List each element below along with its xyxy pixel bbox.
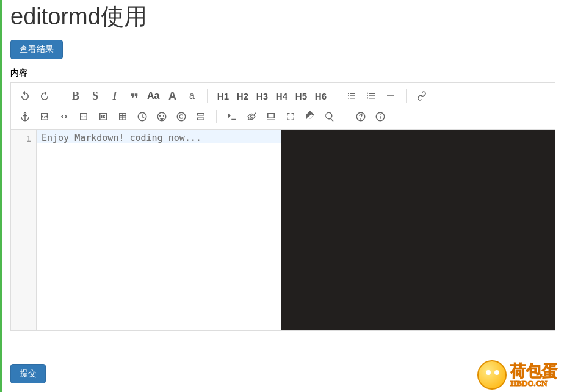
toolbar-divider xyxy=(207,89,208,103)
line-number: 1 xyxy=(11,134,31,143)
link-icon[interactable] xyxy=(413,87,431,105)
info-icon[interactable] xyxy=(371,107,389,126)
preview-icon[interactable] xyxy=(262,107,280,126)
h3-button[interactable]: H3 xyxy=(253,87,271,105)
view-result-button[interactable]: 查看结果 xyxy=(10,40,63,59)
submit-button[interactable]: 提交 xyxy=(10,364,46,383)
datetime-icon[interactable] xyxy=(133,107,151,126)
markdown-editor: B S I Aa A a H1 H2 H3 H4 H5 H6 xyxy=(10,82,555,331)
watermark-url: HBDO.CN xyxy=(510,379,558,387)
toolbar-divider xyxy=(336,89,336,103)
toolbar-divider xyxy=(345,110,345,123)
image-icon[interactable] xyxy=(35,107,54,126)
watch-icon[interactable] xyxy=(242,107,261,126)
watermark: 荷包蛋 HBDO.CN xyxy=(477,360,558,390)
h4-button[interactable]: H4 xyxy=(272,87,291,105)
editor-body: 1 Enjoy Markdown! coding now... xyxy=(11,130,555,330)
html-entities-icon[interactable] xyxy=(94,107,112,126)
egg-logo-icon xyxy=(477,360,507,390)
search-icon[interactable] xyxy=(320,107,339,126)
h5-button[interactable]: H5 xyxy=(292,87,310,105)
toolbar-divider xyxy=(216,110,217,123)
content-label: 内容 xyxy=(2,59,564,82)
unordered-list-icon[interactable] xyxy=(342,87,361,105)
watermark-text: 荷包蛋 HBDO.CN xyxy=(510,363,558,387)
fullscreen-icon[interactable] xyxy=(281,107,300,126)
copyright-icon[interactable] xyxy=(172,107,190,126)
anchor-icon[interactable] xyxy=(16,107,34,126)
preview-pane xyxy=(281,130,555,330)
page-title: editormd使用 xyxy=(2,0,564,40)
redo-icon[interactable] xyxy=(35,87,54,105)
italic-icon[interactable]: I xyxy=(106,87,124,105)
goto-line-icon[interactable] xyxy=(223,107,241,126)
h2-button[interactable]: H2 xyxy=(233,87,251,105)
text-case-icon[interactable]: Aa xyxy=(145,87,162,105)
editor-toolbar: B S I Aa A a H1 H2 H3 H4 H5 H6 xyxy=(11,83,555,130)
ordered-list-icon[interactable] xyxy=(362,87,380,105)
undo-icon[interactable] xyxy=(16,87,34,105)
strikethrough-icon[interactable]: S xyxy=(86,87,104,105)
code-icon[interactable] xyxy=(55,107,73,126)
h6-button[interactable]: H6 xyxy=(311,87,330,105)
table-icon[interactable] xyxy=(114,107,132,126)
code-area[interactable]: Enjoy Markdown! coding now... xyxy=(37,130,281,330)
emoji-icon[interactable] xyxy=(153,107,171,126)
pagebreak-icon[interactable] xyxy=(192,107,210,126)
help-icon[interactable] xyxy=(352,107,370,126)
h1-button[interactable]: H1 xyxy=(214,87,232,105)
clear-icon[interactable] xyxy=(301,107,319,126)
uppercase-icon[interactable]: A xyxy=(163,87,181,105)
quote-icon[interactable] xyxy=(125,87,143,105)
line-gutter: 1 xyxy=(11,130,37,330)
code-block-icon[interactable] xyxy=(74,107,93,126)
toolbar-divider xyxy=(60,89,60,103)
hr-icon[interactable] xyxy=(381,87,400,105)
markdown-input[interactable] xyxy=(37,130,281,330)
bold-icon[interactable]: B xyxy=(67,87,85,105)
toolbar-divider xyxy=(406,89,407,103)
lowercase-icon[interactable]: a xyxy=(183,87,201,105)
svg-rect-0 xyxy=(387,95,394,96)
watermark-cn: 荷包蛋 xyxy=(510,363,558,379)
